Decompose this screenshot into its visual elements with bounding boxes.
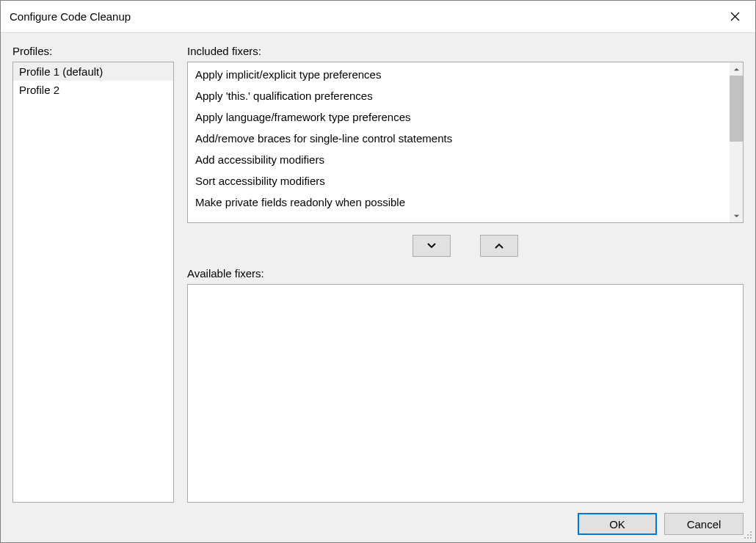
close-button[interactable] <box>714 1 755 33</box>
ok-button[interactable]: OK <box>578 513 657 535</box>
included-fixers-list[interactable]: Apply implicit/explicit type preferences… <box>187 62 744 223</box>
move-buttons-row <box>187 223 744 267</box>
fixer-item[interactable]: Sort accessibility modifiers <box>188 170 730 192</box>
titlebar: Configure Code Cleanup <box>1 1 755 33</box>
profile-item[interactable]: Profile 2 <box>13 81 173 99</box>
resize-grip[interactable] <box>742 529 752 539</box>
svg-point-2 <box>750 531 752 533</box>
dialog-window: Configure Code Cleanup Profiles: Profile… <box>0 0 756 543</box>
fixer-item[interactable]: Apply implicit/explicit type preferences <box>188 64 730 85</box>
chevron-up-icon <box>494 242 504 249</box>
svg-point-5 <box>744 537 746 539</box>
profiles-label: Profiles: <box>12 45 174 57</box>
cancel-button[interactable]: Cancel <box>664 513 744 535</box>
fixers-column: Included fixers: Apply implicit/explicit… <box>187 45 744 503</box>
move-down-button[interactable] <box>412 235 451 257</box>
close-icon <box>730 12 740 21</box>
fixer-item[interactable]: Add/remove braces for single-line contro… <box>188 128 730 149</box>
scrollbar-down-button[interactable] <box>730 209 743 222</box>
profile-item[interactable]: Profile 1 (default) <box>13 62 173 81</box>
fixer-item[interactable]: Add accessibility modifiers <box>188 149 730 170</box>
scrollbar-up-button[interactable] <box>730 62 743 76</box>
scrollbar-track[interactable] <box>730 76 743 209</box>
chevron-down-icon <box>733 213 740 219</box>
fixer-list-inner: Apply implicit/explicit type preferences… <box>188 62 730 222</box>
scrollbar[interactable] <box>730 62 743 222</box>
svg-point-3 <box>747 534 749 536</box>
chevron-down-icon <box>426 242 437 249</box>
move-up-button[interactable] <box>480 235 518 257</box>
fixer-item[interactable]: Apply language/framework type preference… <box>188 106 730 128</box>
fixer-item[interactable]: Make private fields readonly when possib… <box>188 192 730 210</box>
svg-point-7 <box>750 537 752 539</box>
window-title: Configure Code Cleanup <box>10 10 131 23</box>
main-row: Profiles: Profile 1 (default) Profile 2 … <box>12 45 744 503</box>
available-fixers-label: Available fixers: <box>187 267 744 280</box>
fixer-item[interactable]: Apply 'this.' qualification preferences <box>188 85 730 106</box>
svg-point-4 <box>750 534 752 536</box>
profiles-list[interactable]: Profile 1 (default) Profile 2 <box>12 62 174 503</box>
profiles-column: Profiles: Profile 1 (default) Profile 2 <box>12 45 174 503</box>
chevron-up-icon <box>733 66 740 73</box>
dialog-footer: OK Cancel <box>12 503 744 535</box>
scrollbar-thumb[interactable] <box>730 76 743 142</box>
svg-point-6 <box>747 537 749 539</box>
available-fixers-list[interactable] <box>187 284 744 503</box>
included-fixers-label: Included fixers: <box>187 45 744 57</box>
resize-grip-icon <box>742 529 752 539</box>
dialog-content: Profiles: Profile 1 (default) Profile 2 … <box>1 33 755 542</box>
